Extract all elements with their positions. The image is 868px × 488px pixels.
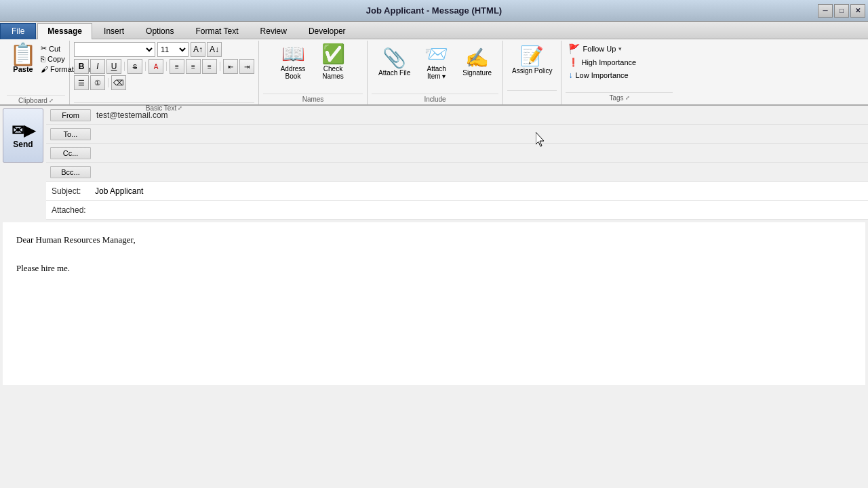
check-names-button[interactable]: ✅ CheckNames bbox=[315, 42, 352, 83]
cut-button[interactable]: ✂ Cut bbox=[39, 43, 65, 54]
paste-icon: 📋 bbox=[9, 43, 37, 65]
send-button[interactable]: ✉▶ Send bbox=[3, 108, 43, 163]
address-book-button[interactable]: 📖 AddressBook bbox=[275, 42, 312, 83]
tab-options[interactable]: Options bbox=[136, 23, 184, 39]
follow-up-label: Follow Up bbox=[583, 45, 616, 53]
assign-policy-group-label bbox=[507, 90, 557, 92]
font-size-select[interactable]: 11 891011 121416 bbox=[157, 42, 189, 57]
maximize-button[interactable]: □ bbox=[834, 4, 849, 18]
basic-text-expand-icon[interactable]: ⤢ bbox=[178, 105, 182, 111]
to-button[interactable]: To... bbox=[50, 128, 91, 140]
body-line1: Dear Human Resources Manager, bbox=[16, 233, 852, 247]
subject-row: Subject: bbox=[46, 182, 868, 201]
attached-input[interactable] bbox=[94, 203, 868, 218]
follow-up-button[interactable]: 🚩 Follow Up ▾ bbox=[566, 42, 673, 56]
email-fields: From test@testemail.com To... Cc... Bcc.… bbox=[46, 106, 868, 220]
to-row: To... bbox=[46, 125, 868, 144]
high-importance-button[interactable]: ❗ High Importance bbox=[566, 56, 673, 68]
clipboard-right: ✂ Cut ⎘ Copy 🖌 Format Painter bbox=[39, 42, 65, 74]
format-painter-icon: 🖌 bbox=[41, 65, 48, 73]
to-input[interactable] bbox=[95, 127, 868, 142]
attach-item-button[interactable]: 📨 AttachItem ▾ bbox=[418, 42, 455, 83]
indent-decrease-button[interactable]: ⇤ bbox=[223, 59, 238, 74]
email-compose-header: ✉▶ Send From test@testemail.com To... Cc… bbox=[0, 106, 868, 220]
bcc-input[interactable] bbox=[95, 165, 868, 180]
numbering-button[interactable]: ① bbox=[90, 75, 105, 90]
align-left-button[interactable]: ≡ bbox=[170, 59, 184, 74]
paste-button[interactable]: 📋 Paste bbox=[7, 42, 39, 84]
assign-policy-label: Assign Policy bbox=[512, 67, 552, 75]
copy-button[interactable]: ⎘ Copy bbox=[39, 54, 65, 64]
tags-expand-icon[interactable]: ⤢ bbox=[625, 95, 630, 101]
send-icon: ✉▶ bbox=[12, 122, 35, 140]
bold-button[interactable]: B bbox=[74, 59, 89, 74]
names-group-label: Names bbox=[263, 94, 363, 103]
close-button[interactable]: ✕ bbox=[850, 4, 865, 18]
high-importance-icon: ❗ bbox=[568, 58, 578, 67]
strikethrough-button[interactable]: S̶ bbox=[127, 59, 142, 74]
bcc-row: Bcc... bbox=[46, 163, 868, 182]
include-group: 📎 Attach File 📨 AttachItem ▾ ✍ Signature… bbox=[368, 41, 503, 104]
follow-up-arrow-icon: ▾ bbox=[618, 45, 622, 52]
check-names-label: CheckNames bbox=[322, 65, 344, 80]
title-bar: Job Applicant - Message (HTML) ─ □ ✕ bbox=[0, 0, 868, 22]
include-group-label: Include bbox=[372, 94, 498, 103]
align-right-button[interactable]: ≡ bbox=[202, 59, 217, 74]
window-title: Job Applicant - Message (HTML) bbox=[366, 5, 502, 16]
ribbon: 📋 Paste ✂ Cut ⎘ Copy 🖌 Format Painter C bbox=[0, 39, 868, 106]
signature-button[interactable]: ✍ Signature bbox=[458, 46, 496, 79]
attach-item-icon: 📨 bbox=[425, 45, 448, 64]
clipboard-expand-icon[interactable]: ⤢ bbox=[49, 98, 54, 104]
address-book-label: AddressBook bbox=[281, 65, 306, 80]
bullets-button[interactable]: ☰ bbox=[74, 75, 89, 90]
font-family-select[interactable] bbox=[74, 42, 155, 57]
subject-input[interactable] bbox=[94, 184, 868, 199]
check-names-icon: ✅ bbox=[321, 45, 345, 64]
tab-review[interactable]: Review bbox=[250, 23, 297, 39]
clipboard-group-label: Clipboard ⤢ bbox=[7, 95, 65, 104]
tags-group-label: Tags ⤢ bbox=[566, 92, 673, 102]
italic-button[interactable]: I bbox=[90, 59, 105, 74]
body-line2: Please hire me. bbox=[16, 262, 852, 276]
cc-input[interactable] bbox=[95, 146, 868, 161]
basic-text-group: 11 891011 121416 A↑ A↓ B I U S̶ A ≡ bbox=[70, 41, 259, 104]
attach-file-label: Attach File bbox=[378, 69, 410, 77]
cc-row: Cc... bbox=[46, 144, 868, 163]
format-painter-button[interactable]: 🖌 Format Painter bbox=[39, 64, 65, 74]
tab-format-text[interactable]: Format Text bbox=[185, 23, 248, 39]
cc-button[interactable]: Cc... bbox=[50, 147, 91, 159]
font-color-button[interactable]: A bbox=[149, 59, 163, 74]
follow-up-icon: 🚩 bbox=[568, 43, 580, 54]
attached-label: Attached: bbox=[46, 205, 94, 215]
underline-button[interactable]: U bbox=[106, 59, 121, 74]
signature-label: Signature bbox=[462, 69, 492, 77]
align-center-button[interactable]: ≡ bbox=[186, 59, 201, 74]
email-body[interactable]: Dear Human Resources Manager, Please hir… bbox=[3, 222, 865, 385]
tab-insert[interactable]: Insert bbox=[94, 23, 134, 39]
tab-developer[interactable]: Developer bbox=[298, 23, 356, 39]
attach-file-button[interactable]: 📎 Attach File bbox=[374, 46, 415, 79]
shrink-font-button[interactable]: A↓ bbox=[207, 42, 222, 57]
clear-format-button[interactable]: ⌫ bbox=[111, 75, 126, 90]
tags-group: 🚩 Follow Up ▾ ❗ High Importance ↓ Low Im… bbox=[561, 41, 677, 104]
grow-font-button[interactable]: A↑ bbox=[191, 42, 205, 57]
minimize-button[interactable]: ─ bbox=[818, 4, 833, 18]
assign-policy-icon: 📝 bbox=[520, 47, 544, 66]
low-importance-icon: ↓ bbox=[568, 70, 572, 80]
attach-item-label: AttachItem ▾ bbox=[427, 65, 446, 80]
attached-row: Attached: bbox=[46, 201, 868, 220]
ribbon-tabs: File Message Insert Options Format Text … bbox=[0, 22, 868, 39]
assign-policy-group: 📝 Assign Policy bbox=[503, 41, 561, 104]
indent-increase-button[interactable]: ⇥ bbox=[239, 59, 254, 74]
paste-label: Paste bbox=[13, 65, 33, 73]
tab-message[interactable]: Message bbox=[37, 23, 92, 39]
address-book-icon: 📖 bbox=[281, 45, 305, 64]
tab-file[interactable]: File bbox=[0, 23, 36, 39]
main-content: ✉▶ Send From test@testemail.com To... Cc… bbox=[0, 106, 868, 488]
assign-policy-button[interactable]: 📝 Assign Policy bbox=[507, 44, 557, 77]
low-importance-button[interactable]: ↓ Low Importance bbox=[566, 69, 673, 81]
subject-label: Subject: bbox=[46, 186, 94, 196]
bcc-button[interactable]: Bcc... bbox=[50, 166, 91, 178]
send-label: Send bbox=[13, 140, 33, 149]
low-importance-label: Low Importance bbox=[575, 71, 628, 79]
